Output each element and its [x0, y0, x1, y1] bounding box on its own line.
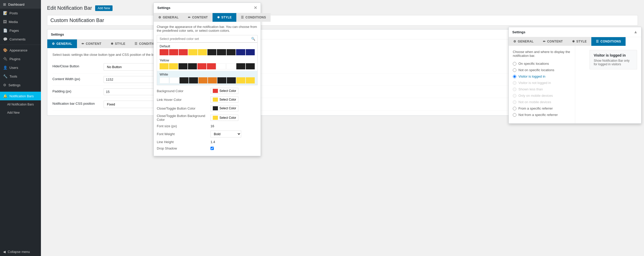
sidebar-item-tools[interactable]: 🔧 Tools: [0, 72, 41, 81]
close-bg-color-btn[interactable]: Select Color: [210, 115, 238, 121]
cond-tab-conditions[interactable]: ☰ CONDITIONS: [591, 37, 626, 46]
condition-specific-referrer-radio[interactable]: [513, 107, 516, 110]
pages-icon: 📄: [3, 28, 7, 33]
collapse-icon: ◀: [3, 250, 6, 254]
cond-tab-content[interactable]: ✏ CONTENT: [538, 37, 568, 46]
drop-shadow-checkbox-wrapper: [210, 147, 214, 150]
condition-shown-less-than-radio[interactable]: [513, 88, 516, 91]
bg-color-select-label: Select Color: [219, 89, 236, 93]
sidebar-item-comments[interactable]: 💬 Comments: [0, 35, 41, 44]
content-icon-c: ✏: [543, 40, 546, 43]
condition-detail-desc: Show Notification Bar only for logged in…: [594, 59, 633, 66]
condition-not-specific-locations-label: Not on specific locations: [518, 68, 554, 72]
sidebar-item-plugins[interactable]: 🔌 Plugins: [0, 55, 41, 63]
link-hover-btn[interactable]: Select Color: [210, 97, 238, 103]
bg-color-row: Background Color Select Color: [157, 88, 258, 94]
condition-specific-locations: On specific locations: [513, 62, 571, 66]
tab-style[interactable]: ✱ STYLE: [106, 39, 130, 48]
sidebar-item-users[interactable]: 👤 Users: [0, 63, 41, 72]
bg-color-btn[interactable]: Select Color: [210, 88, 238, 94]
close-btn-select-label: Select Color: [219, 106, 236, 110]
color-set-wrapper: 🔍 Default: [157, 35, 258, 85]
font-size-row: Font size (px) 16: [157, 124, 258, 128]
color-options-list: Default: [157, 42, 258, 85]
conditions-list: Choose when and where to display the not…: [509, 46, 575, 123]
sidebar-item-label: Plugins: [9, 57, 20, 61]
notification-icon: 🔔: [3, 94, 7, 98]
condition-only-mobile-radio[interactable]: [513, 94, 516, 98]
cond-tab-style[interactable]: ✱ STYLE: [568, 37, 592, 46]
add-new-button[interactable]: Add New: [95, 5, 113, 11]
sidebar-item-settings[interactable]: ⚙ Settings: [0, 81, 41, 89]
close-btn-color-btn[interactable]: Select Color: [210, 105, 238, 111]
close-bg-color-row: Close/Toggle Button Background Color Sel…: [157, 114, 258, 122]
style-tab-general-label: GENERAL: [163, 16, 179, 19]
tools-icon: 🔧: [3, 74, 7, 78]
color-option-default[interactable]: Default: [157, 43, 257, 57]
style-tab-style[interactable]: ✱ STYLE: [213, 13, 237, 22]
bar-title-input[interactable]: [47, 15, 638, 26]
condition-detail-title: Visitor is logged in: [594, 53, 633, 57]
sidebar-item-notification-bars[interactable]: 🔔 Notification Bars: [0, 92, 41, 100]
style-icon: ✱: [111, 42, 114, 46]
close-bg-label: Close/Toggle Button Background Color: [157, 114, 208, 122]
color-picker-content: Change the appearance of the notificatio…: [154, 22, 261, 156]
appearance-icon: 🎨: [3, 48, 7, 52]
drop-shadow-label: Drop Shadow: [157, 146, 208, 150]
condition-visitor-not-logged-in-radio[interactable]: [513, 81, 516, 85]
sidebar-item-posts[interactable]: 📝 Posts: [0, 9, 41, 17]
style-description: Change the appearance of the notificatio…: [157, 25, 258, 33]
conditions-panel-close[interactable]: ▲: [634, 30, 638, 34]
sidebar-item-collapse[interactable]: ◀ Collapse menu: [0, 248, 41, 256]
sidebar-item-media[interactable]: 🖼 Media: [0, 17, 41, 26]
style-tab-conditions-label: CONDITIONS: [246, 16, 266, 19]
style-icon-c: ✱: [572, 40, 575, 43]
color-set-input[interactable]: [157, 35, 249, 42]
condition-not-specific-locations-radio[interactable]: [513, 68, 516, 72]
font-weight-row: Font Weight Bold Normal Light: [157, 131, 258, 137]
condition-visitor-logged-in-label: Visitor is logged in: [518, 74, 545, 78]
condition-not-mobile-radio[interactable]: [513, 100, 516, 104]
conditions-icon-c: ☰: [596, 40, 599, 43]
style-tab-content[interactable]: ✏ CONTENT: [183, 13, 213, 22]
color-set-dropdown-icon[interactable]: 🔍: [249, 37, 257, 41]
close-bg-swatch: [213, 116, 218, 120]
drop-shadow-checkbox[interactable]: [210, 147, 214, 150]
sidebar-item-appearance[interactable]: 🎨 Appearance: [0, 46, 41, 55]
font-size-value: 16: [210, 124, 258, 128]
cond-tab-general[interactable]: ⚙ GENERAL: [509, 37, 538, 46]
color-option-white[interactable]: White: [157, 71, 257, 85]
hide-close-label: Hide/Close Button: [52, 63, 104, 68]
cond-tab-content-label: CONTENT: [547, 40, 563, 43]
tab-style-label: STYLE: [115, 42, 125, 46]
close-btn-color-row: Close/Toggle Button Color Select Color: [157, 105, 258, 111]
color-option-yellow[interactable]: Yellow: [157, 57, 257, 71]
close-btn-label: Close/Toggle Button Color: [157, 106, 208, 110]
style-tab-general[interactable]: ⚙ GENERAL: [154, 13, 183, 22]
sidebar-item-add-new[interactable]: Add New: [0, 109, 41, 117]
condition-not-specific-referrer-radio[interactable]: [513, 113, 516, 117]
condition-visitor-logged-in-radio[interactable]: [513, 75, 516, 78]
sidebar-item-label: Dashboard: [8, 3, 25, 6]
conditions-tabs: ⚙ GENERAL ✏ CONTENT ✱ STYLE ☰ CONDITIONS: [509, 37, 641, 46]
sidebar-item-dashboard[interactable]: ⊞ Dashboard: [0, 0, 41, 9]
sidebar-item-all-notification-bars[interactable]: All Notification Bars: [0, 100, 41, 109]
style-tab-conditions[interactable]: ☰ CONDITIONS: [236, 13, 271, 22]
plugins-icon: 🔌: [3, 57, 7, 61]
condition-visitor-not-logged-in-label: Visitor is not logged in: [518, 81, 551, 85]
style-panel-header: Settings ✕: [154, 3, 261, 13]
all-notification-bars-label: All Notification Bars: [7, 103, 34, 106]
sidebar-item-pages[interactable]: 📄 Pages: [0, 26, 41, 35]
drop-shadow-row: Drop Shadow: [157, 146, 258, 150]
condition-specific-locations-radio[interactable]: [513, 62, 516, 66]
cond-tab-conditions-label: CONDITIONS: [601, 40, 621, 43]
condition-not-specific-locations: Not on specific locations: [513, 68, 571, 72]
condition-specific-locations-label: On specific locations: [518, 62, 549, 66]
tab-general[interactable]: ⚙ GENERAL: [47, 39, 77, 48]
link-hover-color-row: Link Hover Color Select Color: [157, 97, 258, 103]
link-hover-select-label: Select Color: [219, 98, 236, 101]
tab-content[interactable]: ✏ CONTENT: [77, 39, 106, 48]
sidebar: ⊞ Dashboard 📝 Posts 🖼 Media 📄 Pages 💬 Co…: [0, 0, 41, 256]
font-weight-select[interactable]: Bold Normal Light: [210, 131, 241, 137]
style-panel-close[interactable]: ✕: [254, 5, 257, 10]
